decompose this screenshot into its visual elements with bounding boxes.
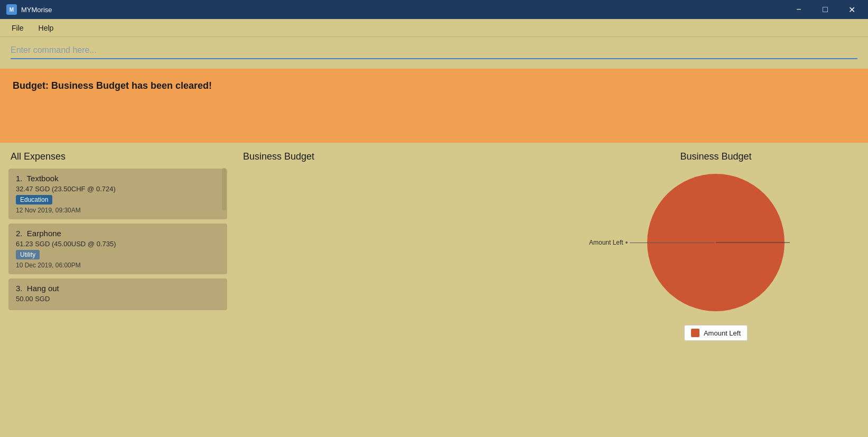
- chart-panel: Business Budget Amount Left Amount Left: [572, 143, 868, 437]
- expense-category-2: Utility: [16, 250, 40, 259]
- chart-container: Amount Left: [631, 169, 800, 317]
- chart-legend: Amount Left: [684, 325, 748, 341]
- expense-amount-1: 32.47 SGD (23.50CHF @ 0.724): [16, 185, 220, 193]
- budget-panel: Business Budget: [232, 143, 572, 437]
- menu-bar: File Help: [0, 19, 868, 37]
- command-area: [0, 37, 868, 59]
- expense-amount-3: 50.00 SGD: [16, 295, 220, 303]
- command-input[interactable]: [11, 42, 857, 59]
- expense-date-1: 12 Nov 2019, 09:30AM: [16, 207, 220, 214]
- menu-file[interactable]: File: [6, 22, 29, 34]
- expense-item-1[interactable]: 1. Textbook 32.47 SGD (23.50CHF @ 0.724)…: [8, 169, 227, 219]
- chart-title: Business Budget: [680, 151, 751, 162]
- expense-item-2[interactable]: 2. Earphone 61.23 SGD (45.00USD @ 0.735)…: [8, 224, 227, 274]
- expenses-title: All Expenses: [8, 151, 232, 162]
- expense-date-2: 10 Dec 2019, 06:00PM: [16, 262, 220, 269]
- notification-banner: Budget: Business Budget has been cleared…: [0, 69, 868, 143]
- window-controls: − □ ✕: [787, 0, 864, 19]
- app-icon: M: [6, 4, 17, 15]
- legend-color-swatch: [691, 329, 699, 337]
- amount-left-annotation: Amount Left: [589, 239, 714, 246]
- menu-help[interactable]: Help: [33, 22, 59, 34]
- title-bar: M MYMorise − □ ✕: [0, 0, 868, 19]
- app-title: MYMorise: [21, 6, 52, 14]
- budget-title: Business Budget: [241, 151, 572, 162]
- expenses-panel: All Expenses 1. Textbook 32.47 SGD (23.5…: [0, 143, 232, 437]
- annotation-line: [630, 243, 714, 243]
- expense-amount-2: 61.23 SGD (45.00USD @ 0.735): [16, 240, 220, 248]
- notification-text: Budget: Business Budget has been cleared…: [13, 80, 212, 91]
- amount-left-text: Amount Left: [589, 239, 623, 246]
- main-content: All Expenses 1. Textbook 32.47 SGD (23.5…: [0, 143, 868, 437]
- app-icon-text: M: [10, 7, 14, 13]
- expense-item-3[interactable]: 3. Hang out 50.00 SGD: [8, 278, 227, 310]
- minimize-button[interactable]: −: [787, 2, 811, 17]
- expense-name-1: 1. Textbook: [16, 174, 220, 183]
- legend-label-text: Amount Left: [704, 329, 741, 337]
- expenses-list: 1. Textbook 32.47 SGD (23.50CHF @ 0.724)…: [8, 169, 232, 314]
- expense-category-1: Education: [16, 195, 52, 204]
- expense-name-2: 2. Earphone: [16, 229, 220, 238]
- scroll-indicator: [222, 168, 226, 210]
- expense-name-3: 3. Hang out: [16, 284, 220, 293]
- maximize-button[interactable]: □: [813, 2, 837, 17]
- close-button[interactable]: ✕: [839, 2, 864, 17]
- annotation-dot: [626, 241, 628, 244]
